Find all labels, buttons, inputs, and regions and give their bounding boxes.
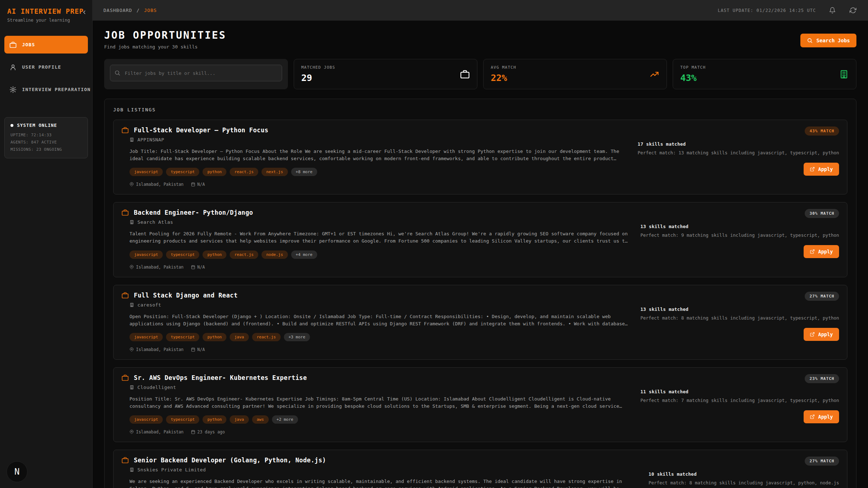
job-posted-date: N/A xyxy=(197,347,205,352)
sidebar: AI INTERVIEW PREP Streamline your learni… xyxy=(0,0,93,488)
job-title: Sr. AWS DevOps Engineer- Kubernetes Expe… xyxy=(134,374,307,381)
building-icon xyxy=(839,69,849,79)
bell-icon xyxy=(829,7,836,14)
main-content: JOB OPPORTUNITIES Find jobs matching you… xyxy=(93,21,868,488)
calendar-icon xyxy=(191,430,195,434)
perfect-match-text: Perfect match: 8 matching skills includi… xyxy=(648,480,839,485)
system-status-lines: UPTIME: 72:14:33 AGENTS: 847 ACTIVE MISS… xyxy=(10,132,82,153)
page-subtitle: Find jobs matching your 30 skills xyxy=(104,44,226,50)
avatar[interactable]: N xyxy=(7,461,27,482)
more-tags-pill[interactable]: +8 more xyxy=(291,168,317,176)
job-posted-date: 23 days ago xyxy=(197,429,225,435)
apply-button[interactable]: Apply xyxy=(804,328,839,341)
refresh-button[interactable] xyxy=(849,6,857,14)
skill-tag: javascript xyxy=(129,168,163,176)
job-company: APPINSNAP xyxy=(137,137,164,142)
sidebar-nav: JOBS USER PROFILE INTERVIEW PREPARATION xyxy=(0,36,92,98)
job-list: Full-Stack Developer — Python Focus APPI… xyxy=(113,120,847,488)
perfect-match-text: Perfect match: 7 matching skills includi… xyxy=(641,398,839,403)
calendar-icon xyxy=(191,182,195,187)
status-uptime: UPTIME: 72:14:33 xyxy=(10,132,82,139)
skill-tag: java xyxy=(230,333,249,341)
apply-button[interactable]: Apply xyxy=(804,410,839,423)
job-tags: javascripttypescriptpythonreact.jsnode.j… xyxy=(129,251,628,259)
last-update-text: LAST UPDATE: 01/22/2026 14:25 UTC xyxy=(718,8,816,13)
breadcrumb-dashboard[interactable]: DASHBOARD xyxy=(103,8,132,13)
topbar-right: LAST UPDATE: 01/22/2026 14:25 UTC xyxy=(718,6,857,14)
briefcase-icon xyxy=(122,457,129,464)
match-badge: 43% MATCH xyxy=(805,127,839,136)
skill-tag: python xyxy=(203,251,226,259)
map-pin-icon xyxy=(129,182,134,187)
skill-tag: python xyxy=(203,168,226,176)
sidebar-item-label: INTERVIEW PREPARATION xyxy=(22,87,91,92)
skills-matched-count: 17 skills matched xyxy=(638,141,839,147)
briefcase-icon xyxy=(460,69,470,79)
skills-matched-count: 13 skills matched xyxy=(641,307,839,312)
company-building-icon xyxy=(129,137,134,142)
job-tags: javascripttypescriptpythonjavaaws+2 more xyxy=(129,415,628,424)
sidebar-item-user-profile[interactable]: USER PROFILE xyxy=(4,58,88,76)
job-listings-panel: JOB LISTINGS Full-Stack Developer — Pyth… xyxy=(104,99,856,488)
sidebar-collapse-button[interactable] xyxy=(81,9,88,16)
topbar: DASHBOARD / JOBS LAST UPDATE: 01/22/2026… xyxy=(93,0,868,21)
skills-matched-count: 13 skills matched xyxy=(641,224,839,229)
job-posted-date: N/A xyxy=(197,182,205,187)
map-pin-icon xyxy=(129,347,134,352)
match-info: 17 skills matched Perfect match: 13 matc… xyxy=(638,141,839,155)
job-card: Sr. AWS DevOps Engineer- Kubernetes Expe… xyxy=(113,367,847,442)
job-company: Snskies Private Limited xyxy=(137,467,206,472)
apply-button[interactable]: Apply xyxy=(804,163,839,176)
map-pin-icon xyxy=(129,265,134,269)
external-link-icon xyxy=(810,332,815,337)
skill-tag: node.js xyxy=(261,251,288,259)
app-logo: AI INTERVIEW PREP xyxy=(7,7,85,15)
job-location: Islamabad, Pakistan xyxy=(136,347,184,352)
more-tags-pill[interactable]: +4 more xyxy=(291,251,317,259)
status-missions: MISSIONS: 23 ONGOING xyxy=(10,146,82,153)
skills-matched-count: 10 skills matched xyxy=(648,471,839,477)
filter-jobs-input[interactable] xyxy=(110,65,282,81)
job-company: caresoft xyxy=(137,302,161,308)
company-building-icon xyxy=(129,385,134,390)
page-header: JOB OPPORTUNITIES Find jobs matching you… xyxy=(104,29,856,50)
skill-tag: react.js xyxy=(230,168,258,176)
job-location: Islamabad, Pakistan xyxy=(136,265,184,270)
status-dot-icon xyxy=(10,124,13,127)
job-description: Position Title: Sr. AWS DevOps Engineer-… xyxy=(129,395,628,410)
match-badge: 30% MATCH xyxy=(805,209,839,218)
filter-card xyxy=(104,59,288,89)
stat-card-top-match: TOP MATCH 43% xyxy=(673,59,856,89)
job-description: Job Title: Full-Stack Developer — Python… xyxy=(129,148,625,162)
job-meta: Islamabad, Pakistan 23 days ago xyxy=(129,429,628,435)
perfect-match-text: Perfect match: 9 matching skills includi… xyxy=(641,232,839,238)
match-info: 13 skills matched Perfect match: 8 match… xyxy=(641,307,839,321)
stats-row: MATCHED JOBS 29 AVG MATCH 22% TOP MATCH … xyxy=(104,59,856,89)
trending-up-icon xyxy=(650,69,659,79)
notifications-button[interactable] xyxy=(828,6,837,14)
stat-label: MATCHED JOBS xyxy=(301,65,335,70)
calendar-icon xyxy=(191,347,195,352)
apply-button[interactable]: Apply xyxy=(804,245,839,258)
sidebar-item-jobs[interactable]: JOBS xyxy=(4,36,88,53)
external-link-icon xyxy=(810,249,815,254)
stat-card-matched-jobs: MATCHED JOBS 29 xyxy=(294,59,477,89)
more-tags-pill[interactable]: +2 more xyxy=(272,415,298,424)
job-title: Full Stack Django and React xyxy=(134,292,238,299)
job-tags: javascripttypescriptpythonreact.jsnext.j… xyxy=(129,168,625,176)
more-tags-pill[interactable]: +3 more xyxy=(284,333,310,341)
job-location: Islamabad, Pakistan xyxy=(136,182,184,187)
sidebar-item-interview-preparation[interactable]: INTERVIEW PREPARATION xyxy=(4,81,88,98)
skills-matched-count: 11 skills matched xyxy=(641,389,839,394)
skill-tag: javascript xyxy=(129,415,163,424)
stat-value: 29 xyxy=(301,73,335,83)
skill-tag: typescript xyxy=(166,251,199,259)
logo-block: AI INTERVIEW PREP Streamline your learni… xyxy=(0,0,92,26)
briefcase-icon xyxy=(122,292,129,299)
search-jobs-button[interactable]: Search Jobs xyxy=(800,34,856,47)
briefcase-icon xyxy=(122,209,129,216)
job-location: Islamabad, Pakistan xyxy=(136,429,184,435)
job-description: We are seeking an experienced Backend De… xyxy=(129,478,636,488)
system-status-box: SYSTEM ONLINE UPTIME: 72:14:33 AGENTS: 8… xyxy=(4,117,88,158)
breadcrumb-separator: / xyxy=(136,8,140,13)
